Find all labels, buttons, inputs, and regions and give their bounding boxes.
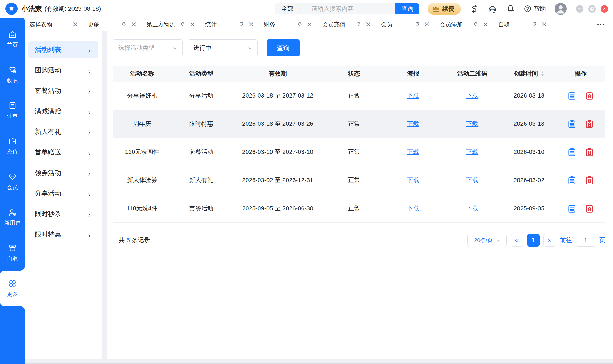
query-button[interactable]: 查询 xyxy=(267,39,300,56)
next-page-button[interactable]: » xyxy=(543,234,556,247)
sidebar-item-new-user[interactable]: 新用户 xyxy=(0,199,25,235)
chevron-right-icon xyxy=(87,130,92,134)
tab-more[interactable]: 更多 × xyxy=(88,21,147,28)
renew-button[interactable]: 续费 xyxy=(428,3,461,15)
activity-lock-icon[interactable] xyxy=(585,119,594,129)
sidebar-item-self-pickup[interactable]: 自取 xyxy=(0,235,25,271)
activity-detail-icon[interactable] xyxy=(567,119,577,129)
user-plus-icon xyxy=(8,208,17,217)
tab-refresh-icon[interactable] xyxy=(356,22,361,27)
sidebar-item-orders[interactable]: 订单 xyxy=(0,93,25,128)
table-row: 118元洗4件 套餐活动 2025-09-05 至 2026-06-30 正常 … xyxy=(113,194,605,223)
sidebar-item-recharge[interactable]: 充值 xyxy=(0,128,25,164)
tab-member-add[interactable]: 会员添加 × xyxy=(440,21,498,28)
poster-download-link[interactable]: 下载 xyxy=(407,91,419,100)
app-logo-icon xyxy=(5,3,18,15)
sidebar-item-more[interactable]: 更多 xyxy=(0,271,25,306)
more-tabs-icon[interactable] xyxy=(597,21,605,27)
tab-close-icon[interactable]: × xyxy=(307,21,313,28)
crown-icon xyxy=(432,5,440,13)
sidebar-item-members[interactable]: 会员 xyxy=(0,164,25,199)
tab-refresh-icon[interactable] xyxy=(532,22,537,27)
tab-close-icon[interactable]: × xyxy=(190,21,195,28)
tab-refresh-icon[interactable] xyxy=(121,22,127,27)
tab-refresh-icon[interactable] xyxy=(180,22,185,27)
tab-refresh-icon[interactable] xyxy=(297,22,302,27)
tab-member-recharge[interactable]: 会员充值 × xyxy=(322,21,381,28)
tab-refresh-icon[interactable] xyxy=(239,22,244,27)
goto-label: 前往 xyxy=(560,236,572,244)
qrcode-download-link[interactable]: 下载 xyxy=(466,176,478,184)
sidebar-item-receive-clothes[interactable]: 收衣 xyxy=(0,57,25,93)
tab-refresh-icon[interactable] xyxy=(473,22,478,27)
column-created-time: 创建时间 xyxy=(502,70,556,78)
submenu-item-activity-list[interactable]: 活动列表 xyxy=(28,41,98,58)
poster-download-link[interactable]: 下载 xyxy=(407,120,419,128)
poster-download-link[interactable]: 下载 xyxy=(407,204,419,213)
qrcode-download-link[interactable]: 下载 xyxy=(466,91,478,100)
avatar[interactable] xyxy=(555,3,567,15)
prev-page-button[interactable]: « xyxy=(511,234,523,247)
submenu-item-flash-sale[interactable]: 限时秒杀 xyxy=(28,205,98,223)
chevron-right-icon xyxy=(87,68,92,73)
home-icon xyxy=(8,30,17,39)
page-size-select[interactable]: 20条/页 xyxy=(467,234,507,247)
tab-close-icon[interactable]: × xyxy=(248,21,254,28)
qrcode-download-link[interactable]: 下载 xyxy=(466,204,478,213)
switch-mode-icon[interactable] xyxy=(470,4,479,13)
tab-close-icon[interactable]: × xyxy=(72,21,78,28)
activity-detail-icon[interactable] xyxy=(567,204,577,213)
help-button[interactable]: 帮助 xyxy=(523,5,546,13)
poster-download-link[interactable]: 下载 xyxy=(407,148,419,156)
activity-lock-icon[interactable] xyxy=(585,204,594,213)
help-label: 帮助 xyxy=(534,5,546,13)
tab-refresh-icon[interactable] xyxy=(414,22,420,27)
tab-select-clothes[interactable]: 选择衣物 × xyxy=(29,21,88,28)
submenu-item-first-order-gift[interactable]: 首单赠送 xyxy=(28,144,98,161)
submenu-item-share[interactable]: 分享活动 xyxy=(28,185,98,202)
activity-lock-icon[interactable] xyxy=(585,91,594,101)
activity-status-select[interactable]: 进行中 xyxy=(188,39,258,56)
activity-lock-icon[interactable] xyxy=(585,175,594,185)
goto-page-input[interactable] xyxy=(576,234,595,247)
search-input[interactable] xyxy=(307,5,395,12)
search-button[interactable]: 查询 xyxy=(395,3,419,14)
tab-close-icon[interactable]: × xyxy=(424,21,430,28)
tab-statistics[interactable]: 统计 × xyxy=(205,21,264,28)
ai-support-icon[interactable] xyxy=(488,4,497,13)
restore-button[interactable] xyxy=(588,5,596,13)
tab-third-party-logistics[interactable]: 第三方物流 × xyxy=(147,21,205,28)
tab-self-pickup[interactable]: 自取 × xyxy=(498,21,557,28)
activity-detail-icon[interactable] xyxy=(567,175,577,185)
submenu-item-limited-time-offer[interactable]: 限时特惠 xyxy=(28,226,98,243)
page-1-button[interactable]: 1 xyxy=(527,234,540,247)
submenu-item-package[interactable]: 套餐活动 xyxy=(28,82,98,99)
tab-close-icon[interactable]: × xyxy=(541,21,547,28)
chevron-right-icon xyxy=(87,232,92,237)
close-button[interactable] xyxy=(601,5,608,13)
app-window: 小洗家 (有效期: 2029-08-18) 全部 查询 续费 帮助 xyxy=(0,0,613,364)
chevron-right-icon xyxy=(87,191,92,196)
activity-detail-icon[interactable] xyxy=(567,91,577,101)
activity-lock-icon[interactable] xyxy=(585,147,594,157)
tab-close-icon[interactable]: × xyxy=(131,21,137,28)
poster-download-link[interactable]: 下载 xyxy=(407,176,419,184)
sort-carets-icon[interactable] xyxy=(541,71,544,76)
minimize-button[interactable] xyxy=(576,5,583,13)
tab-finance[interactable]: 财务 × xyxy=(264,21,322,28)
search-scope-select[interactable]: 全部 xyxy=(275,3,307,14)
tab-close-icon[interactable]: × xyxy=(483,21,488,28)
tab-member[interactable]: 会员 × xyxy=(381,21,440,28)
qrcode-download-link[interactable]: 下载 xyxy=(466,120,478,128)
notification-bell-icon[interactable] xyxy=(506,4,515,13)
sidebar-item-home[interactable]: 首页 xyxy=(0,21,25,57)
submenu-item-newcomer-gift[interactable]: 新人有礼 xyxy=(28,123,98,141)
submenu-item-full-discount[interactable]: 满减满赠 xyxy=(28,102,98,120)
activity-detail-icon[interactable] xyxy=(567,147,577,157)
activity-type-select[interactable]: 选择活动类型 xyxy=(113,39,183,56)
qrcode-download-link[interactable]: 下载 xyxy=(466,148,478,156)
chevron-right-icon xyxy=(87,88,92,93)
tab-close-icon[interactable]: × xyxy=(365,21,371,28)
submenu-item-coupon[interactable]: 领券活动 xyxy=(28,164,98,182)
submenu-item-group-buy[interactable]: 团购活动 xyxy=(28,61,98,79)
